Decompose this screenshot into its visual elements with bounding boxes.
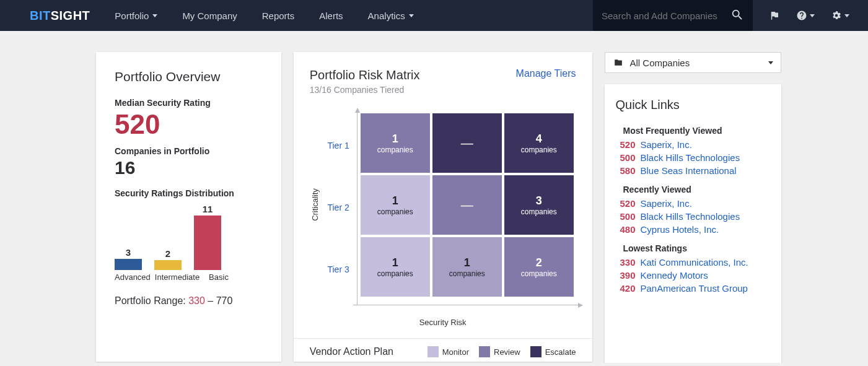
bar-value: 3 [126, 247, 131, 258]
company-name: Kati Communications, Inc. [641, 257, 748, 268]
matrix-cell-t2-high[interactable]: 3companies [504, 175, 574, 235]
cell-unit: companies [377, 207, 413, 216]
y-axis-line [357, 108, 357, 305]
gear-icon[interactable] [831, 10, 849, 21]
rating-value: 520 [616, 139, 636, 150]
matrix-cell-t1-mid[interactable]: — [432, 113, 502, 173]
manage-tiers-link[interactable]: Manage Tiers [516, 68, 576, 79]
quick-links-title: Quick Links [616, 98, 771, 112]
quick-link-item[interactable]: 580Blue Seas International [616, 165, 771, 176]
nav-label: Portfolio [115, 11, 149, 21]
nav-analytics[interactable]: Analytics [368, 11, 414, 21]
cell-count: 3 [536, 194, 542, 207]
tier-1-label[interactable]: Tier 1 [321, 115, 354, 176]
company-name: Black Hills Technologies [641, 211, 740, 222]
quick-link-item[interactable]: 500Black Hills Technologies [616, 152, 771, 163]
cell-count: — [461, 136, 473, 150]
nav-label: Alerts [319, 11, 343, 21]
search-box[interactable] [593, 0, 753, 31]
nav-label: Reports [262, 11, 295, 21]
logo-part-2: SIGHT [51, 9, 90, 22]
company-name: Blue Seas International [641, 165, 737, 176]
quick-link-item[interactable]: 480Cyprus Hotels, Inc. [616, 224, 771, 235]
legend-monitor[interactable]: Monitor [427, 346, 469, 357]
cell-unit: companies [521, 207, 557, 216]
rating-value: 420 [616, 283, 636, 294]
cell-count: 1 [392, 194, 398, 207]
matrix-cell-t3-high[interactable]: 2companies [504, 237, 574, 297]
logo[interactable]: BITSIGHT [30, 9, 90, 23]
quick-link-item[interactable]: 390Kennedy Motors [616, 270, 771, 281]
bar-advanced[interactable]: 3 [115, 247, 142, 270]
rating-value: 480 [616, 224, 636, 235]
quick-link-item[interactable]: 520Saperix, Inc. [616, 139, 771, 150]
legend: Monitor Review Escalate [427, 346, 576, 357]
bar-intermediate[interactable]: 2 [154, 248, 182, 270]
nav-alerts[interactable]: Alerts [319, 11, 343, 21]
quick-link-item[interactable]: 330Kati Communications, Inc. [616, 257, 771, 268]
legend-escalate[interactable]: Escalate [530, 346, 576, 357]
chevron-down-icon [768, 61, 773, 64]
bar-basic[interactable]: 11 [194, 204, 221, 270]
matrix-cell-t3-mid[interactable]: 1companies [432, 237, 502, 297]
help-icon[interactable] [796, 10, 815, 21]
flag-icon[interactable] [769, 10, 780, 21]
matrix-cell-t2-low[interactable]: 1companies [361, 175, 430, 235]
nav-portfolio[interactable]: Portfolio [115, 11, 157, 21]
nav-reports[interactable]: Reports [262, 11, 295, 21]
cell-unit: companies [377, 146, 413, 154]
divider [294, 338, 592, 339]
y-axis-label: Criticality [310, 108, 321, 300]
company-name: PanAmerican Trust Group [641, 283, 748, 294]
company-count-label: Companies in Portfolio [115, 146, 263, 156]
rating-value: 390 [616, 270, 636, 281]
card-title: Portfolio Overview [115, 69, 263, 84]
cell-count: 1 [392, 256, 398, 269]
top-nav: BITSIGHT Portfolio My Company Reports Al… [0, 0, 868, 31]
chevron-down-icon [409, 14, 414, 17]
distribution-chart: 3 2 11 [115, 202, 263, 270]
legend-review[interactable]: Review [479, 346, 520, 357]
median-rating-label: Median Security Rating [115, 98, 263, 108]
matrix-title: Portfolio Risk Matrix [310, 68, 420, 82]
matrix-cell-t2-mid[interactable]: — [432, 175, 502, 235]
distribution-categories: Advanced Intermediate Basic [115, 272, 263, 282]
cell-count: 2 [536, 256, 542, 269]
legend-label: Escalate [545, 347, 576, 357]
matrix-cell-t3-low[interactable]: 1companies [361, 237, 430, 297]
company-name: Saperix, Inc. [641, 139, 692, 150]
chevron-down-icon [844, 14, 849, 17]
matrix-cell-t1-low[interactable]: 1companies [361, 113, 430, 173]
tier-3-label[interactable]: Tier 3 [321, 238, 354, 300]
chevron-down-icon [810, 14, 815, 17]
folder-icon [613, 58, 624, 67]
nav-my-company[interactable]: My Company [182, 11, 237, 21]
portfolio-overview-card: Portfolio Overview Median Security Ratin… [96, 52, 281, 362]
range-low: 330 [188, 295, 205, 306]
quick-link-item[interactable]: 520Saperix, Inc. [616, 198, 771, 209]
bar-value: 2 [165, 248, 170, 259]
matrix-cell-t1-high[interactable]: 4companies [504, 113, 574, 173]
range-high: 770 [216, 295, 233, 306]
search-icon[interactable] [730, 8, 744, 24]
rating-value: 500 [616, 211, 636, 222]
company-selector[interactable]: All Companies [605, 52, 782, 73]
distribution-label: Security Ratings Distribution [115, 188, 263, 198]
bar-label: Intermediate [154, 272, 201, 282]
tier-labels: Tier 1 Tier 2 Tier 3 [321, 108, 354, 300]
quick-link-item[interactable]: 500Black Hills Technologies [616, 211, 771, 222]
bar-label: Basic [206, 272, 231, 282]
cell-unit: companies [521, 269, 557, 278]
matrix-grid: 1companies — 4companies 1companies — 3co… [354, 108, 574, 300]
cell-count: 1 [392, 133, 398, 146]
logo-part-1: BIT [30, 9, 51, 22]
y-axis-text: Criticality [310, 188, 320, 221]
search-input[interactable] [602, 11, 727, 21]
legend-label: Monitor [442, 347, 469, 357]
swatch-icon [479, 346, 490, 357]
quick-links-card: Quick Links Most Frequently Viewed 520Sa… [605, 84, 782, 363]
quick-link-item[interactable]: 420PanAmerican Trust Group [616, 283, 771, 294]
cell-count: 1 [464, 256, 470, 269]
tier-2-label[interactable]: Tier 2 [321, 176, 354, 238]
nav-label: My Company [182, 11, 237, 21]
